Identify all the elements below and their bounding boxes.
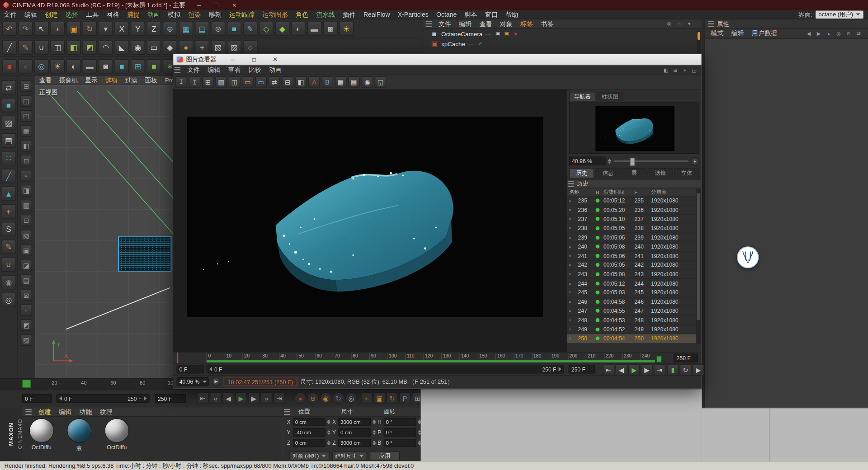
history-scrollbar[interactable] [696,189,701,344]
command-icon[interactable]: ▦ [20,125,32,137]
camera-icon[interactable]: ◙ [323,21,338,36]
maximize-button[interactable]: □ [213,2,221,8]
frame-eye-icon[interactable]: ▫ [569,244,578,249]
zoom-fit-button[interactable]: ▸ [691,157,699,165]
pv-go-end-button[interactable]: ⇥ [654,364,665,376]
next-key-button[interactable]: » [261,392,273,404]
move-tool-icon[interactable]: + [50,21,65,36]
pv-panel-expand-icon[interactable]: + [681,66,689,74]
pv-menu-item[interactable]: 文件 [183,65,203,75]
material-menu-item[interactable]: 纹理 [96,407,116,417]
panel-menu-icon[interactable] [568,181,574,187]
pv-prev-frame-button[interactable]: ◀ [616,364,627,376]
pv-go-start-button[interactable]: ⇤ [603,364,614,376]
attr-back-icon[interactable]: ◀ [805,30,812,38]
history-row[interactable]: ▫ 239 00:05:05 239 1920x1080 [567,233,697,242]
zoom-slider[interactable] [613,160,689,162]
pv-link-ab-icon[interactable]: ⊟ [282,76,293,88]
paint-mode-icon[interactable]: ✎ [1,240,16,254]
command-icon[interactable]: ◩ [20,320,32,331]
material-preview-sphere[interactable] [104,418,129,443]
visibility-dots[interactable]: ∙∙ [468,40,474,47]
menu-item[interactable]: 角色 [292,9,312,19]
value-input[interactable]: -40 cm [293,428,326,436]
panel-tab[interactable]: 层 [622,168,647,178]
bevel-tool-icon[interactable]: ◩ [82,40,97,55]
panel-tab[interactable]: 立体 [674,168,699,178]
command-icon[interactable]: ⊡ [20,215,32,226]
inflate-brush-icon[interactable]: ◉ [131,40,145,55]
pv-end-frame-field[interactable]: 250 F [674,353,698,362]
frame-eye-icon[interactable]: ▫ [569,225,578,231]
material-item[interactable]: 液 [63,418,95,452]
grab-brush-icon[interactable]: + [195,40,209,55]
material-preview-sphere[interactable] [29,418,54,443]
undo-icon[interactable]: ↶ [2,21,17,36]
pull-brush-icon[interactable]: ◣ [114,40,129,55]
attr-menu-item[interactable]: 模式 [707,29,727,38]
pv-current-frame-field[interactable]: 0 F [177,365,204,374]
value-stepper[interactable] [373,440,376,445]
value-input[interactable]: 0 cm [293,418,326,426]
green-cube-icon[interactable]: ■ [146,59,161,73]
value-input[interactable]: 3000 cm [338,438,371,446]
glass-sphere-material-icon[interactable]: ◎ [34,59,49,73]
pv-canvas[interactable] [173,89,567,352]
pv-scrub-handle[interactable] [656,356,661,362]
menu-item[interactable]: 选择 [61,9,82,19]
pv-playhead[interactable] [177,352,178,363]
om-home-icon[interactable]: ⌂ [675,20,683,28]
menu-item[interactable]: Octane [432,10,461,18]
command-icon[interactable]: ◨ [20,185,32,197]
spline-pen-icon[interactable]: ✎ [243,21,258,36]
pv-menu-item[interactable]: 编辑 [204,65,224,75]
pv-maximize-button[interactable]: □ [250,56,259,63]
pv-close-button[interactable]: ✕ [271,56,280,63]
octane-camera-tag-icon[interactable]: ▣ [503,30,510,38]
history-row[interactable]: ▫ 246 00:04:58 246 1920x1080 [567,297,697,306]
pv-thumbnails-icon[interactable]: ⊞ [202,76,214,88]
pv-stereo-icon[interactable]: ◉ [362,76,373,88]
workplane-mode-icon[interactable]: ▤ [1,133,16,148]
material-menu-item[interactable]: 编辑 [55,407,75,417]
knife-tool-icon[interactable]: ╱ [2,40,17,55]
live-selection-icon[interactable]: ↖ [34,21,49,36]
pv-menu-item[interactable]: 查看 [224,65,245,75]
om-menu-item[interactable]: 查看 [476,19,496,28]
brush-tool-icon[interactable]: ✎ [18,40,33,55]
panel-menu-icon[interactable] [25,409,31,414]
convert-object-icon[interactable]: ⇄ [1,80,16,95]
frame-eye-icon[interactable]: ▫ [569,271,578,277]
go-end-button[interactable]: ⇥ [274,392,285,404]
menu-item[interactable]: 窗口 [481,9,501,19]
pv-blend-ab-icon[interactable]: ◧ [295,76,307,88]
attr-menu-item[interactable]: 编辑 [727,29,748,38]
value-input[interactable]: 0 ° [384,428,416,436]
record-parameter-toggle[interactable]: P [399,392,411,404]
om-search-icon[interactable]: ◎ [665,20,673,28]
pv-minimize-button[interactable]: ─ [229,56,238,63]
display-tag-icon[interactable]: ▣ [494,30,502,38]
pv-timeline-ruler[interactable]: 0102030405060708090100110120130140150160… [173,352,701,363]
panel-menu-icon[interactable] [284,409,290,414]
frame-eye-icon[interactable]: ▫ [569,326,578,332]
zoom-slider-knob[interactable] [630,157,635,165]
zoom-stepper[interactable] [608,159,611,164]
record-scale-button[interactable]: ◉ [320,392,332,404]
frame-eye-icon[interactable]: ▫ [569,216,578,222]
history-row[interactable]: ▫ 236 00:05:20 236 1920x1080 [567,206,697,215]
flatten-brush-icon[interactable]: ▭ [146,40,161,55]
next-frame-button[interactable]: ▶ [248,392,260,404]
cube-array-icon[interactable]: ⊞ [131,59,145,73]
range-left-arrow-icon[interactable] [59,396,62,401]
frame-eye-icon[interactable]: ▫ [569,253,578,258]
history-row[interactable]: ▫ 245 00:05:03 245 1920x1080 [567,288,697,297]
frame-eye-icon[interactable]: ▫ [569,235,578,240]
menu-item[interactable]: 工具 [82,9,102,19]
viewport-menu-item[interactable]: 查看 [35,75,55,85]
render-view-icon[interactable]: ▦ [179,21,193,36]
end-frame-spinner[interactable]: 250 F [155,394,186,403]
x-axis-lock-icon[interactable]: X [114,21,129,36]
current-frame-field[interactable]: 0 F [22,394,52,403]
command-icon[interactable]: ▣ [20,244,32,256]
